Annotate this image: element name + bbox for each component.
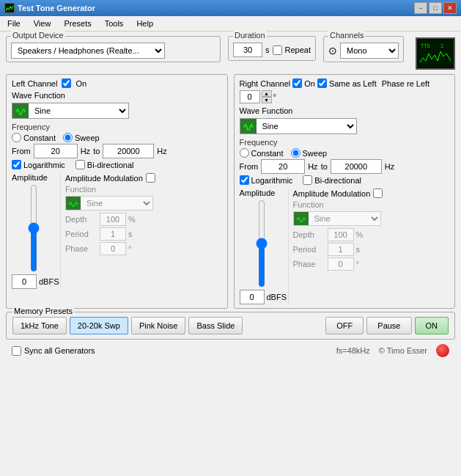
- memory-presets-bar: Memory Presets 1kHz Tone 20-20k Swp Pink…: [6, 312, 455, 340]
- left-bidir-label: Bi-directional: [87, 161, 134, 169]
- right-log-checkbox[interactable]: [240, 175, 249, 185]
- menu-bar: File View Presets Tools Help: [0, 16, 461, 32]
- channels-circle-icon: ⊙: [328, 45, 337, 56]
- right-phase-re-left-input[interactable]: [240, 90, 260, 103]
- left-phase-label: Phase: [65, 244, 97, 253]
- close-button[interactable]: ✕: [443, 2, 457, 14]
- right-log-checkbox-label[interactable]: Logarithmic: [240, 175, 293, 185]
- right-func-label: Function: [293, 200, 325, 209]
- right-same-as-left-label: Same as Left: [329, 79, 377, 88]
- left-freq-to-label: to: [93, 147, 100, 155]
- maximize-button[interactable]: □: [429, 2, 442, 14]
- right-bidir-checkbox-label[interactable]: Bi-directional: [303, 175, 361, 185]
- left-channel-on-checkbox[interactable]: [62, 78, 71, 88]
- right-bidir-checkbox[interactable]: [303, 175, 312, 185]
- right-freq-constant-radio[interactable]: [240, 148, 249, 158]
- app-icon: [4, 3, 15, 13]
- left-freq-from-label: From: [12, 147, 31, 155]
- left-wave-icon: [12, 103, 29, 118]
- right-wave-func-label: Wave Function: [240, 106, 293, 115]
- preset-bass-slide[interactable]: Bass Slide: [188, 317, 243, 334]
- right-phase-mod-unit: °: [356, 260, 359, 268]
- left-mod-func-select[interactable]: SineSquareTriangle: [81, 197, 152, 210]
- svg-text:TTG: TTG: [421, 43, 430, 49]
- output-device-select[interactable]: Speakers / Headphones (Realte...: [11, 43, 165, 59]
- minimize-button[interactable]: −: [414, 2, 427, 14]
- left-freq-from-input[interactable]: [34, 144, 78, 158]
- off-button[interactable]: OFF: [325, 317, 364, 334]
- right-amp-value-input[interactable]: [240, 290, 265, 304]
- on-button[interactable]: ON: [415, 317, 449, 334]
- right-freq-sweep-radio-label[interactable]: Sweep: [291, 148, 328, 158]
- right-freq-to-label: to: [321, 162, 328, 171]
- output-device-group: Output Device Speakers / Headphones (Rea…: [6, 36, 221, 62]
- left-channel-on-label: On: [75, 79, 86, 88]
- left-log-checkbox-label[interactable]: Logarithmic: [12, 160, 65, 169]
- left-amp-value-input[interactable]: [12, 274, 37, 289]
- right-wave-icon: [240, 119, 257, 133]
- menu-help[interactable]: Help: [132, 18, 158, 29]
- left-wave-func-label: Wave Function: [12, 91, 65, 100]
- right-phase-spin-up[interactable]: ▲: [262, 90, 272, 97]
- right-phase-spin-down[interactable]: ▼: [262, 97, 272, 103]
- left-period-input[interactable]: [100, 227, 126, 241]
- menu-tools[interactable]: Tools: [100, 18, 128, 29]
- preset-pink-noise[interactable]: Pink Noise: [131, 317, 186, 334]
- right-channel-panel: Right Channel On Same as Left Phase re L…: [234, 74, 456, 309]
- left-freq-constant-radio-label[interactable]: Constant: [12, 133, 56, 142]
- left-freq-to-input[interactable]: [103, 144, 154, 158]
- left-depth-input[interactable]: [100, 213, 126, 226]
- right-amp-mod-label: Amplitude Modulation: [293, 189, 371, 198]
- right-mod-func-select[interactable]: SineSquareTriangle: [309, 212, 380, 225]
- preset-20-20k-swp[interactable]: 20-20k Swp: [70, 317, 128, 334]
- right-amp-mod-checkbox[interactable]: [373, 188, 383, 198]
- sync-checkbox[interactable]: [12, 346, 21, 356]
- right-period-unit: s: [356, 245, 361, 254]
- duration-unit: s: [265, 45, 270, 54]
- left-freq-from-unit: Hz: [81, 147, 90, 155]
- left-amp-unit: dBFS: [39, 277, 59, 286]
- right-freq-label: Frequency: [240, 138, 450, 147]
- menu-presets[interactable]: Presets: [59, 18, 95, 29]
- right-bidir-label: Bi-directional: [314, 176, 361, 185]
- right-phase-re-left-label: Phase re Left: [382, 79, 429, 88]
- right-freq-from-input[interactable]: [261, 159, 305, 174]
- left-amp-slider[interactable]: [27, 184, 40, 272]
- left-log-checkbox[interactable]: [12, 160, 21, 169]
- pause-button[interactable]: Pause: [366, 317, 411, 334]
- right-period-label: Period: [293, 245, 325, 254]
- right-channel-title: Right Channel: [240, 79, 291, 88]
- duration-input[interactable]: 30: [233, 43, 262, 57]
- right-depth-input[interactable]: [328, 228, 354, 241]
- right-freq-to-input[interactable]: [331, 159, 382, 174]
- repeat-checkbox[interactable]: [273, 45, 282, 55]
- right-channel-on-checkbox[interactable]: [292, 78, 302, 88]
- right-mod-wave-icon: [294, 212, 309, 225]
- right-amp-slider[interactable]: [255, 199, 268, 288]
- left-bidir-checkbox[interactable]: [75, 160, 85, 169]
- left-amplitude-section: Amplitude dBFS: [12, 173, 56, 289]
- right-same-as-left-checkbox[interactable]: [317, 78, 327, 88]
- right-freq-sweep-radio[interactable]: [291, 148, 300, 158]
- right-log-label: Logarithmic: [251, 176, 293, 185]
- right-depth-unit: %: [356, 230, 364, 239]
- title-bar: Test Tone Generator − □ ✕: [0, 0, 461, 16]
- right-wave-select[interactable]: Sine Square Triangle Sawtooth White Nois…: [257, 119, 356, 133]
- left-freq-sweep-radio-label[interactable]: Sweep: [63, 133, 100, 142]
- menu-file[interactable]: File: [3, 18, 25, 29]
- left-freq-sweep-radio[interactable]: [63, 133, 73, 142]
- left-freq-label: Frequency: [12, 122, 222, 131]
- left-freq-constant-radio[interactable]: [12, 133, 21, 142]
- preset-1khz-tone[interactable]: 1kHz Tone: [12, 317, 67, 334]
- left-channel-panel: Left Channel On Wave Function Sine Squar…: [6, 74, 228, 309]
- right-period-input[interactable]: [328, 243, 354, 256]
- right-freq-constant-radio-label[interactable]: Constant: [240, 148, 284, 158]
- channels-select[interactable]: Mono Stereo: [340, 43, 399, 59]
- menu-view[interactable]: View: [29, 18, 56, 29]
- left-phase-input[interactable]: [100, 242, 126, 255]
- left-bidir-checkbox-label[interactable]: Bi-directional: [75, 160, 134, 169]
- right-phase-mod-input[interactable]: [328, 257, 354, 271]
- left-period-unit: s: [128, 230, 133, 238]
- left-wave-select[interactable]: Sine Square Triangle Sawtooth White Nois…: [29, 103, 128, 118]
- left-amp-mod-checkbox[interactable]: [146, 173, 155, 183]
